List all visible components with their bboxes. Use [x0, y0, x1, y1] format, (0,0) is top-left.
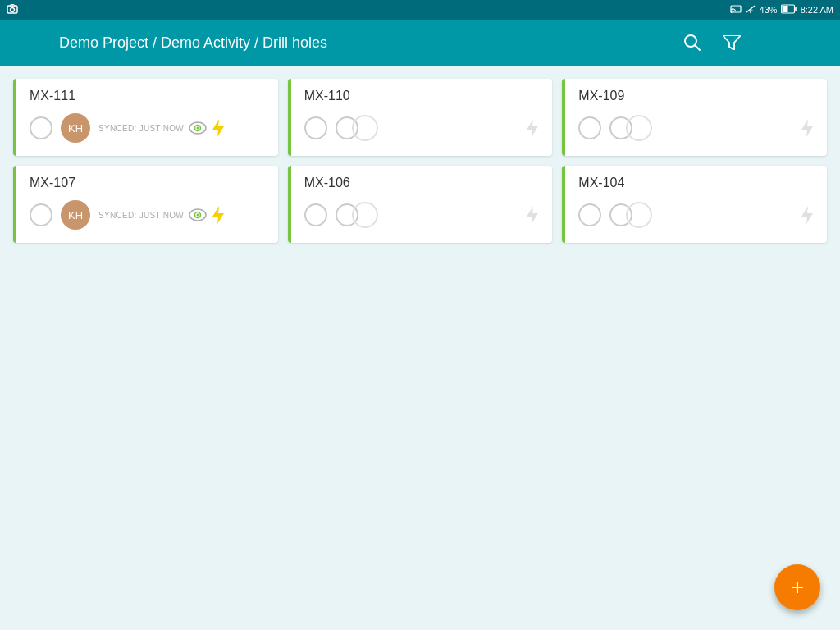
- drill-card-mx-111[interactable]: MX-111KHSYNCED: JUST NOW: [13, 79, 278, 156]
- radio-circle[interactable]: [578, 203, 601, 226]
- sync-eye-icon: [189, 121, 207, 135]
- radio-circle[interactable]: [578, 116, 601, 139]
- screen-cast-icon: [730, 4, 742, 16]
- battery-icon: [781, 4, 797, 16]
- svg-point-1: [11, 8, 15, 12]
- status-bar: 43% 8:22 AM: [0, 0, 840, 20]
- svg-rect-9: [21, 35, 39, 38]
- svg-rect-8: [782, 6, 788, 12]
- svg-line-5: [746, 6, 755, 12]
- app-bar-title: Demo Project / Demo Activity / Drill hol…: [59, 34, 663, 52]
- svg-marker-15: [765, 33, 777, 52]
- drill-card-title-mx-111: MX-111: [30, 89, 265, 103]
- svg-marker-30: [801, 206, 813, 224]
- user-avatar: KH: [61, 113, 90, 143]
- lightning-inactive-icon: [801, 206, 814, 224]
- drill-card-title-mx-110: MX-110: [304, 89, 540, 103]
- drill-card-mx-104[interactable]: MX-104: [562, 166, 827, 243]
- drill-card-body-mx-109: [578, 110, 814, 146]
- phantom-circle: [352, 115, 378, 141]
- lightning-active-icon: [212, 206, 225, 224]
- status-bar-right: 43% 8:22 AM: [730, 4, 833, 16]
- wifi-icon: [745, 4, 756, 16]
- app-bar-actions: [676, 26, 827, 59]
- search-button[interactable]: [676, 26, 709, 59]
- radio-circle[interactable]: [30, 116, 52, 139]
- drill-card-title-mx-106: MX-106: [304, 176, 540, 190]
- svg-point-4: [730, 11, 732, 13]
- drill-card-title-mx-109: MX-109: [578, 89, 814, 103]
- drill-card-title-mx-107: MX-107: [30, 176, 265, 190]
- camera-icon: [7, 4, 18, 16]
- time-display: 8:22 AM: [801, 5, 833, 15]
- app-bar: Demo Project / Demo Activity / Drill hol…: [0, 20, 840, 66]
- sync-eye-icon: [189, 208, 207, 221]
- svg-point-27: [197, 214, 199, 217]
- svg-line-13: [696, 46, 701, 51]
- filter-button[interactable]: [715, 26, 748, 59]
- user-avatar: KH: [61, 200, 90, 230]
- svg-point-16: [809, 34, 813, 38]
- phantom-circle: [352, 202, 378, 228]
- drill-card-body-mx-107: KHSYNCED: JUST NOW: [30, 197, 265, 233]
- drill-card-body-mx-104: [578, 197, 814, 233]
- lightning-inactive-icon: [526, 206, 539, 224]
- phantom-circles: [336, 202, 518, 228]
- radio-circle[interactable]: [30, 203, 52, 226]
- svg-point-21: [197, 127, 199, 130]
- svg-marker-29: [527, 206, 538, 224]
- radio-circle[interactable]: [304, 116, 327, 139]
- add-fab[interactable]: +: [774, 564, 820, 610]
- menu-button[interactable]: [13, 26, 46, 59]
- drill-card-mx-110[interactable]: MX-110: [288, 79, 553, 156]
- drill-card-body-mx-110: [304, 110, 540, 146]
- flash-button[interactable]: [755, 26, 788, 59]
- phantom-circle: [626, 202, 652, 228]
- svg-rect-10: [21, 42, 39, 44]
- lightning-inactive-icon: [801, 119, 814, 137]
- drill-card-body-mx-111: KHSYNCED: JUST NOW: [30, 110, 265, 146]
- phantom-circles: [609, 202, 792, 228]
- sync-text: SYNCED: JUST NOW: [98, 124, 184, 133]
- svg-marker-14: [723, 35, 741, 50]
- drill-card-mx-107[interactable]: MX-107KHSYNCED: JUST NOW: [13, 166, 278, 243]
- drill-holes-grid: MX-111KHSYNCED: JUST NOW MX-110MX-109MX-…: [0, 66, 840, 256]
- svg-rect-7: [795, 7, 797, 11]
- phantom-circle: [626, 115, 652, 141]
- lightning-inactive-icon: [526, 119, 539, 137]
- drill-card-title-mx-104: MX-104: [578, 176, 814, 190]
- battery-text: 43%: [760, 5, 778, 15]
- drill-card-mx-109[interactable]: MX-109: [562, 79, 827, 156]
- drill-card-body-mx-106: [304, 197, 540, 233]
- phantom-circles: [609, 115, 792, 141]
- lightning-active-icon: [212, 119, 225, 137]
- status-bar-left: [7, 4, 18, 16]
- sync-info: SYNCED: JUST NOW: [98, 206, 265, 224]
- svg-rect-11: [21, 48, 39, 50]
- svg-marker-22: [212, 119, 224, 137]
- svg-point-17: [809, 41, 813, 45]
- svg-marker-24: [801, 119, 813, 137]
- svg-marker-23: [527, 119, 538, 137]
- sync-info: SYNCED: JUST NOW: [98, 119, 265, 137]
- more-button[interactable]: [794, 26, 827, 59]
- phantom-circles: [336, 115, 518, 141]
- sync-text: SYNCED: JUST NOW: [98, 211, 184, 220]
- drill-card-mx-106[interactable]: MX-106: [288, 166, 553, 243]
- svg-marker-28: [212, 206, 224, 224]
- radio-circle[interactable]: [304, 203, 327, 226]
- svg-point-18: [809, 48, 813, 52]
